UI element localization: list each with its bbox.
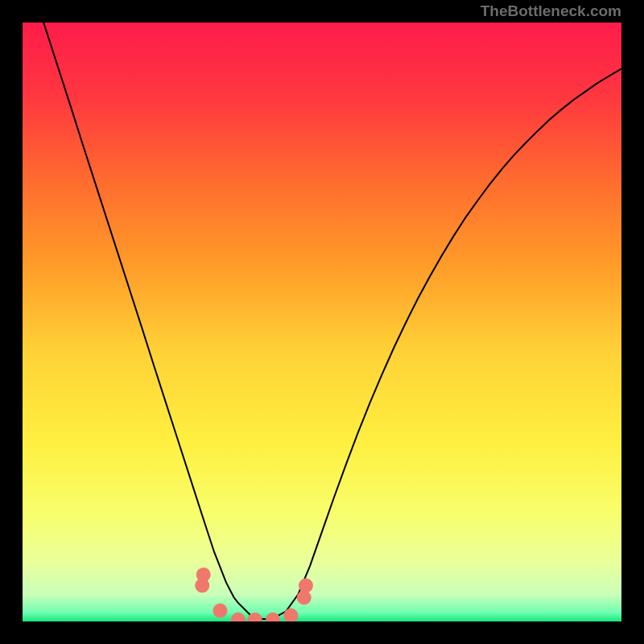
watermark-layer: TheBottleneck.com — [0, 0, 644, 23]
curve-marker — [299, 578, 313, 592]
bottleneck-chart — [23, 23, 621, 621]
curve-marker — [213, 604, 228, 618]
curve-marker — [196, 568, 211, 582]
watermark-text: TheBottleneck.com — [481, 2, 621, 19]
chart-frame: TheBottleneck.com — [0, 0, 644, 644]
